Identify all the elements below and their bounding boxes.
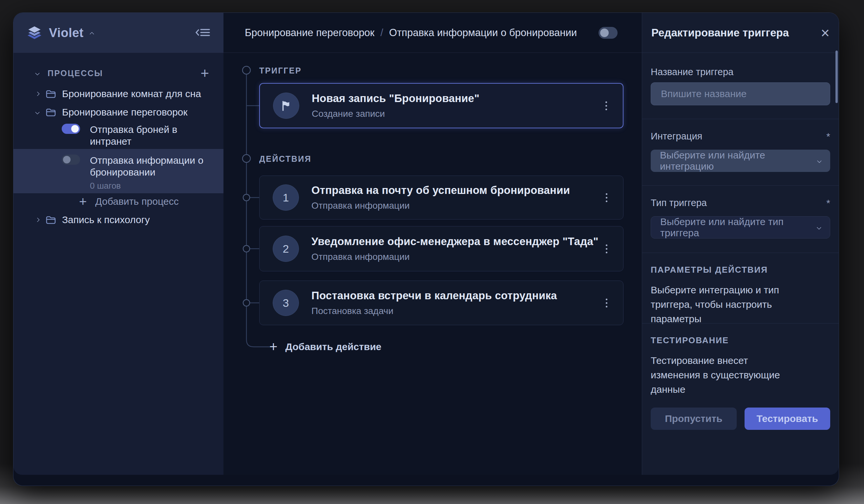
actions-section-label: ДЕЙСТВИЯ bbox=[259, 154, 311, 164]
action-card-3[interactable]: 3 Постановка встречи в календарь сотрудн… bbox=[259, 280, 623, 325]
required-asterisk: * bbox=[826, 131, 830, 142]
testing-header: ТЕСТИРОВАНИЕ bbox=[651, 335, 830, 346]
action-params-section: ПАРАМЕТРЫ ДЕЙСТВИЯ Выберите интеграцию и… bbox=[642, 253, 839, 324]
kebab-menu-icon[interactable] bbox=[602, 241, 611, 256]
toggle-knob bbox=[600, 28, 609, 37]
action-number: 3 bbox=[283, 297, 289, 309]
add-process-label: Добавить процесс bbox=[95, 196, 179, 207]
app-window: Violet ПРОЦЕССЫ + bbox=[13, 12, 839, 486]
brand-name: Violet bbox=[49, 26, 84, 40]
add-action-label: Добавить действие bbox=[286, 341, 382, 352]
sidebar-tree: ПРОЦЕССЫ + Бронирование комнат для сна Б bbox=[13, 53, 224, 475]
action-number-badge: 1 bbox=[273, 184, 299, 211]
integration-label-row: Интеграция * bbox=[651, 131, 830, 142]
skip-button[interactable]: Пропустить bbox=[651, 408, 737, 430]
action-params-header: ПАРАМЕТРЫ ДЕЙСТВИЯ bbox=[651, 265, 830, 275]
integration-label: Интеграция bbox=[651, 131, 702, 142]
kebab-menu-icon[interactable] bbox=[602, 295, 611, 311]
kebab-menu-icon[interactable] bbox=[602, 98, 610, 113]
testing-text: Тестирование внесет изменения в существу… bbox=[651, 353, 795, 397]
trigger-type-select[interactable]: Выберите или найдите тип триггера bbox=[651, 216, 830, 239]
trigger-type-section: Тип триггера * Выберите или найдите тип … bbox=[642, 186, 839, 253]
trigger-name-input[interactable] bbox=[651, 82, 830, 105]
violet-logo-icon bbox=[27, 25, 42, 40]
action-subtitle: Отправка информации bbox=[311, 252, 599, 262]
action-card-1[interactable]: 1 Отправка на почту об успешном брониров… bbox=[259, 176, 623, 219]
add-process-plus-icon[interactable]: + bbox=[201, 66, 209, 80]
trigger-type-label: Тип триггера bbox=[651, 197, 707, 208]
trigger-subtitle: Создание записи bbox=[312, 109, 479, 119]
close-icon[interactable]: × bbox=[821, 25, 830, 40]
action-title: Уведомление офис-менеджера в мессенджер … bbox=[311, 235, 599, 248]
breadcrumb-separator: / bbox=[380, 27, 383, 39]
kebab-menu-icon[interactable] bbox=[602, 190, 611, 205]
process-title: Отправка информации о бронировании bbox=[90, 155, 208, 178]
panel-scrollbar-thumb[interactable] bbox=[836, 50, 838, 103]
sidebar-folder-sleep-rooms[interactable]: Бронирование комнат для сна bbox=[13, 86, 224, 102]
trigger-title: Новая запись "Бронирование" bbox=[312, 92, 479, 105]
testing-section: ТЕСТИРОВАНИЕ Тестирование внесет изменен… bbox=[642, 324, 839, 430]
add-action-button[interactable]: + Добавить действие bbox=[269, 338, 381, 356]
chevron-right-icon[interactable] bbox=[35, 218, 40, 222]
required-asterisk: * bbox=[826, 197, 830, 209]
process-steps: 0 шагов bbox=[90, 181, 208, 191]
process-enabled-toggle[interactable] bbox=[599, 27, 617, 39]
trigger-name-label: Название триггера bbox=[651, 67, 830, 78]
folder-label: Бронирование переговорок bbox=[62, 107, 187, 118]
trigger-card[interactable]: Новая запись "Бронирование" Создание зап… bbox=[259, 83, 623, 128]
action-number-badge: 3 bbox=[273, 290, 299, 316]
plus-icon: + bbox=[79, 195, 87, 208]
testing-buttons: Пропустить Тестировать bbox=[651, 408, 830, 430]
trigger-card-text: Новая запись "Бронирование" Создание зап… bbox=[312, 92, 479, 119]
app-content: Violet ПРОЦЕССЫ + bbox=[13, 13, 839, 475]
toggle-knob bbox=[63, 156, 71, 164]
integration-section: Интеграция * Выберите или найдите интегр… bbox=[642, 119, 839, 186]
process-toggle-on[interactable] bbox=[62, 124, 80, 134]
breadcrumb-current: Отправка информации о бронировании bbox=[389, 27, 577, 39]
test-button[interactable]: Тестировать bbox=[745, 408, 830, 430]
action-card-text: Уведомление офис-менеджера в мессенджер … bbox=[311, 235, 599, 262]
canvas-header: Бронирование переговорок / Отправка инфо… bbox=[224, 13, 642, 53]
sidebar-header: Violet bbox=[13, 13, 224, 53]
process-title: Отправка броней в интранет bbox=[90, 124, 208, 147]
trigger-type-label-row: Тип триггера * bbox=[651, 197, 830, 209]
workflow-canvas: Бронирование переговорок / Отправка инфо… bbox=[224, 13, 642, 475]
add-process-button[interactable]: + Добавить процесс bbox=[13, 194, 224, 209]
process-toggle-off[interactable] bbox=[62, 155, 80, 165]
chevron-down-icon bbox=[817, 158, 822, 163]
toggle-knob bbox=[71, 125, 79, 133]
sidebar-process-booking-info-selected[interactable]: Отправка информации о бронировании 0 шаг… bbox=[13, 149, 224, 193]
action-params-text: Выберите интеграцию и тип триггера, чтоб… bbox=[651, 283, 808, 326]
action-number: 2 bbox=[283, 242, 289, 255]
trigger-name-section: Название триггера bbox=[642, 53, 839, 119]
action-card-text: Отправка на почту об успешном бронирован… bbox=[311, 184, 570, 211]
processes-section-label: ПРОЦЕССЫ bbox=[48, 69, 103, 78]
panel-header: Редактирование триггера × bbox=[642, 13, 839, 53]
plus-icon: + bbox=[269, 340, 278, 354]
sidebar-collapse-icon[interactable] bbox=[195, 27, 210, 38]
trigger-badge bbox=[273, 93, 299, 119]
breadcrumb-parent[interactable]: Бронирование переговорок bbox=[245, 27, 374, 39]
folder-label: Бронирование комнат для сна bbox=[62, 88, 201, 99]
brand-chevron-up-icon[interactable] bbox=[89, 32, 94, 36]
trigger-edit-panel: Редактирование триггера × Название тригг… bbox=[642, 13, 839, 475]
sidebar-folder-meeting-rooms[interactable]: Бронирование переговорок bbox=[13, 104, 224, 120]
process-text: Отправка информации о бронировании 0 шаг… bbox=[90, 155, 208, 191]
panel-title: Редактирование триггера bbox=[651, 27, 789, 39]
workflow-area: ТРИГГЕР Новая запись "Бронирование" Созд… bbox=[224, 53, 642, 475]
chevron-down-icon[interactable] bbox=[35, 110, 40, 115]
action-subtitle: Отправка информации bbox=[311, 201, 570, 211]
action-number: 1 bbox=[283, 191, 289, 204]
action-card-2[interactable]: 2 Уведомление офис-менеджера в мессендже… bbox=[259, 226, 623, 271]
trigger-type-select-placeholder: Выберите или найдите тип триггера bbox=[660, 216, 817, 239]
integration-select[interactable]: Выберите или найдите интеграцию bbox=[651, 149, 830, 172]
folder-label: Запись к психологу bbox=[62, 214, 149, 225]
chevron-right-icon[interactable] bbox=[35, 92, 40, 96]
chevron-down-icon[interactable] bbox=[35, 71, 40, 75]
action-title: Постановка встречи в календарь сотрудник… bbox=[311, 289, 557, 302]
flag-icon bbox=[280, 99, 292, 112]
sidebar-folder-psychologist[interactable]: Запись к психологу bbox=[13, 212, 224, 228]
folder-open-icon bbox=[46, 108, 56, 117]
action-subtitle: Постановка задачи bbox=[311, 306, 557, 316]
processes-section-header[interactable]: ПРОЦЕССЫ + bbox=[13, 65, 224, 81]
